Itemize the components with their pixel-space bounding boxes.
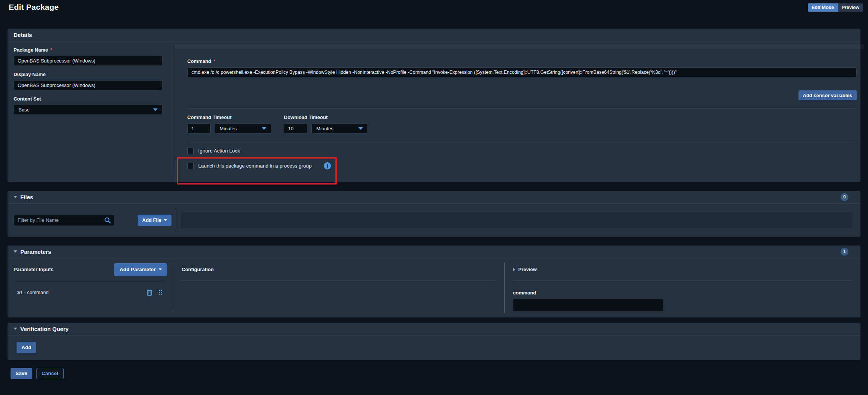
files-heading: Files — [20, 194, 33, 200]
files-empty-list — [181, 212, 852, 228]
drag-handle-icon[interactable] — [159, 290, 162, 296]
command-timeout-label: Command Timeout — [187, 114, 271, 120]
command-timeout-unit-select[interactable]: Minutes — [215, 124, 271, 134]
content-set-label: Content Set — [14, 96, 162, 102]
add-file-button[interactable]: Add File — [138, 215, 171, 226]
command-input[interactable] — [187, 67, 857, 77]
command-timeout-value-input[interactable] — [187, 124, 211, 134]
chevron-down-icon — [358, 127, 363, 130]
search-icon — [104, 217, 111, 224]
parameters-heading: Parameters — [20, 249, 51, 255]
download-timeout-group: Download Timeout Minutes — [284, 114, 368, 134]
verification-add-button[interactable]: Add — [17, 342, 36, 353]
scroll-shadow-band — [174, 44, 864, 49]
chevron-down-icon — [164, 219, 167, 221]
download-timeout-label: Download Timeout — [284, 114, 368, 120]
file-filter-wrap — [14, 215, 114, 226]
command-timeout-unit-value: Minutes — [220, 126, 237, 131]
command-label-text: Command — [187, 58, 211, 64]
cancel-button[interactable]: Cancel — [36, 368, 64, 379]
chevron-down-icon — [262, 127, 266, 130]
parameter-inputs-column: Parameter Inputs Add Parameter $1 - comm… — [8, 258, 173, 317]
divider — [513, 281, 852, 281]
content-set-select[interactable]: Base — [14, 105, 162, 115]
package-name-input[interactable] — [14, 56, 162, 66]
edit-mode-toggle[interactable]: Edit Mode — [808, 3, 838, 12]
collapse-caret-icon — [14, 196, 17, 198]
preview-column: Preview command — [505, 258, 860, 317]
files-count-badge: 0 — [841, 193, 848, 201]
download-timeout-unit-value: Minutes — [316, 126, 334, 131]
chevron-down-icon — [159, 268, 162, 270]
package-name-label: Package Name* — [14, 47, 162, 53]
parameter-name: $1 - command — [17, 290, 49, 295]
footer-actions: Save Cancel — [11, 368, 860, 379]
verification-query-header[interactable]: Verification Query — [8, 323, 860, 336]
add-parameter-button[interactable]: Add Parameter — [114, 263, 167, 276]
required-asterisk: * — [50, 47, 52, 53]
files-panel: Files 0 Add File — [8, 191, 860, 237]
chevron-down-icon — [153, 108, 158, 111]
page-title: Edit Package — [9, 3, 59, 12]
process-group-row: Launch this package command in a process… — [187, 162, 331, 170]
package-name-label-text: Package Name — [14, 47, 48, 53]
preview-command-label: command — [513, 290, 852, 296]
ignore-action-lock-label: Ignore Action Lock — [198, 148, 240, 154]
details-left-column: Package Name* Display Name Content Set B… — [14, 41, 168, 180]
process-group-label: Launch this package command in a process… — [198, 162, 312, 170]
files-divider — [177, 209, 177, 231]
configuration-label: Configuration — [182, 267, 214, 272]
display-name-label: Display Name — [14, 72, 162, 77]
command-label: Command* — [187, 58, 857, 64]
display-name-input[interactable] — [14, 80, 162, 90]
divider — [187, 108, 857, 108]
verification-query-panel: Verification Query Add — [8, 323, 860, 360]
trash-icon[interactable] — [147, 289, 152, 296]
required-asterisk: * — [214, 58, 215, 64]
command-timeout-group: Command Timeout Minutes — [187, 114, 271, 134]
details-header: Details — [8, 29, 860, 41]
details-body: Package Name* Display Name Content Set B… — [8, 41, 860, 182]
save-button[interactable]: Save — [11, 368, 32, 379]
files-header[interactable]: Files 0 — [8, 191, 860, 204]
divider — [187, 142, 857, 142]
parameters-header[interactable]: Parameters 1 — [8, 246, 860, 258]
divider — [182, 281, 496, 281]
download-timeout-value-input[interactable] — [284, 124, 307, 134]
verification-query-body: Add — [8, 336, 860, 360]
page-header: Edit Package Edit Mode Preview — [0, 0, 868, 12]
verification-query-heading: Verification Query — [20, 326, 68, 332]
info-icon[interactable]: i — [324, 162, 331, 169]
download-timeout-unit-select[interactable]: Minutes — [311, 124, 368, 134]
parameters-panel: Parameters 1 Parameter Inputs Add Parame… — [8, 246, 860, 317]
expand-caret-icon[interactable] — [513, 268, 515, 271]
add-file-label: Add File — [142, 217, 161, 223]
content-set-value: Base — [18, 107, 30, 113]
divider — [14, 281, 167, 281]
process-group-checkbox[interactable] — [187, 163, 194, 169]
timeout-row: Command Timeout Minutes Download Timeout — [187, 114, 857, 134]
highlight-red-box: Launch this package command in a process… — [177, 157, 337, 185]
preview-toggle[interactable]: Preview — [838, 3, 863, 12]
file-filter-input[interactable] — [14, 215, 114, 226]
preview-label: Preview — [518, 267, 537, 272]
details-heading: Details — [14, 32, 32, 38]
parameters-body: Parameter Inputs Add Parameter $1 - comm… — [8, 258, 860, 317]
ignore-action-lock-checkbox[interactable] — [187, 148, 194, 154]
add-sensor-variables-button[interactable]: Add sensor variables — [798, 90, 857, 100]
ignore-action-lock-row: Ignore Action Lock — [187, 148, 857, 154]
add-parameter-label: Add Parameter — [120, 267, 156, 272]
parameter-row[interactable]: $1 - command — [14, 289, 167, 296]
preview-command-input[interactable] — [513, 299, 663, 311]
collapse-caret-icon — [14, 250, 17, 253]
details-panel: Details Package Name* Display Name Conte… — [8, 29, 860, 182]
view-toggle-group: Edit Mode Preview — [808, 3, 863, 12]
details-right-column: Command* Add sensor variables Command Ti… — [174, 41, 860, 180]
files-body: Add File — [8, 204, 860, 237]
parameter-inputs-label: Parameter Inputs — [14, 267, 53, 272]
configuration-column: Configuration — [173, 258, 504, 317]
parameters-count-badge: 1 — [841, 248, 848, 256]
collapse-caret-icon — [14, 328, 17, 330]
